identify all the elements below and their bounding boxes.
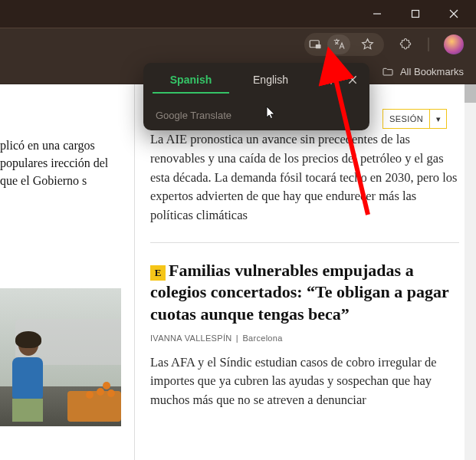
translate-tab-spanish[interactable]: Spanish	[151, 63, 231, 97]
all-bookmarks-label: All Bookmarks	[400, 66, 464, 77]
article-2[interactable]: EFamilias vulnerables empujadas a colegi…	[150, 260, 459, 410]
browser-toolbar	[0, 28, 476, 60]
translate-popup: Spanish English Google Translate	[143, 63, 369, 130]
window-close-button[interactable]	[436, 0, 471, 28]
article-2-body: Las AFA y el Síndic estudian casos de co…	[150, 353, 459, 410]
window-maximize-button[interactable]	[398, 0, 433, 28]
premium-badge: E	[150, 265, 166, 281]
screen-pip-icon	[308, 38, 322, 51]
scrollbar-thumb[interactable]	[465, 84, 476, 103]
address-actions-pill	[304, 33, 384, 56]
article-1: La AIE pronostica un avance sin preceden…	[150, 130, 459, 225]
article-2-headline[interactable]: EFamilias vulnerables empujadas a colegi…	[150, 260, 459, 326]
vertical-scrollbar[interactable]	[465, 84, 476, 460]
profile-avatar-button[interactable]	[444, 34, 464, 54]
folder-icon	[382, 66, 394, 78]
byline-author: IVANNA VALLESPÍN	[150, 334, 232, 343]
kebab-icon	[325, 74, 337, 86]
star-icon	[360, 37, 375, 51]
toolbar-divider	[427, 37, 430, 52]
article-thumbnail[interactable]	[0, 288, 121, 426]
mouse-cursor-icon	[266, 106, 277, 120]
article-divider	[150, 242, 459, 243]
close-icon	[346, 74, 359, 86]
bookmark-star-button[interactable]	[355, 34, 379, 54]
translate-tab-english[interactable]: English	[231, 63, 310, 97]
window-minimize-button[interactable]	[359, 0, 395, 28]
session-label: SESIÓN	[383, 114, 429, 123]
article-2-headline-text: Familias vulnerables empujadas a colegio…	[150, 261, 448, 324]
translate-icon	[333, 38, 346, 51]
translate-menu-button[interactable]	[322, 71, 340, 89]
svg-rect-1	[412, 11, 419, 18]
byline-sep: |	[236, 334, 238, 343]
maximize-icon	[411, 9, 420, 18]
window-titlebar	[0, 0, 476, 28]
caret-down-icon: ▾	[436, 114, 441, 124]
article-1-body: La AIE pronostica un avance sin preceden…	[150, 130, 459, 225]
session-button[interactable]: SESIÓN ▾	[382, 109, 447, 129]
svg-point-8	[330, 79, 332, 80]
minimize-icon	[373, 9, 382, 18]
translate-button[interactable]	[327, 34, 350, 54]
article-2-byline: IVANNA VALLESPÍN | Barcelona	[150, 334, 459, 343]
translate-close-button[interactable]	[343, 71, 362, 89]
puzzle-icon	[399, 38, 412, 51]
right-column: La AIE pronostica un avance sin preceden…	[135, 84, 476, 460]
close-icon	[449, 9, 458, 18]
svg-rect-5	[316, 44, 321, 48]
screen-pip-button[interactable]	[307, 37, 323, 52]
translate-brand: Google Translate	[156, 110, 231, 121]
svg-point-9	[330, 83, 332, 84]
left-snippet-text: plicó en una cargos populares irección d…	[0, 136, 126, 190]
svg-point-7	[330, 75, 332, 77]
all-bookmarks-button[interactable]: All Bookmarks	[382, 66, 464, 78]
session-dropdown[interactable]: ▾	[429, 110, 446, 128]
byline-location: Barcelona	[242, 334, 282, 343]
extensions-button[interactable]	[398, 37, 413, 52]
